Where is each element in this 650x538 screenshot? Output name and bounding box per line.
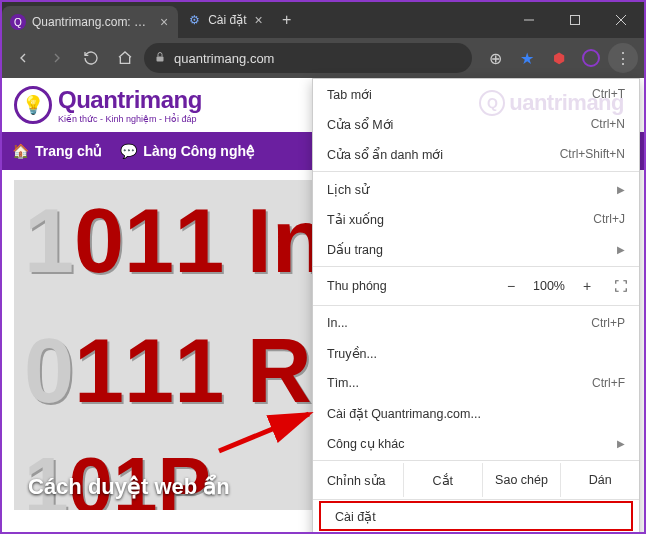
hero-title: Cách duyệt web ẩn	[28, 474, 230, 500]
logo-text: uantrimang	[76, 86, 202, 113]
menu-new-window[interactable]: Cửa sổ MớiCtrl+N	[313, 109, 639, 139]
browser-tab-1[interactable]: Q Quantrimang.com: Kiến Th ×	[2, 6, 178, 38]
bulb-icon: 💡	[14, 86, 52, 124]
menu-bookmarks[interactable]: Dấu trang▶	[313, 234, 639, 264]
menu-zoom-label: Thu phóng	[313, 279, 495, 293]
extension-plus-icon[interactable]: ⊕	[480, 43, 510, 73]
menu-cast[interactable]: Truyền...	[313, 338, 639, 368]
chrome-main-menu: Tab mớiCtrl+T Cửa sổ MớiCtrl+N Cửa sổ ẩn…	[312, 78, 640, 534]
close-tab-icon[interactable]: ×	[158, 14, 170, 30]
tab-label: Quantrimang.com: Kiến Th	[32, 15, 152, 29]
nav-home-button[interactable]	[110, 43, 140, 73]
menu-edit-label: Chỉnh sửa	[313, 473, 403, 488]
nav-home-label: Trang chủ	[35, 143, 102, 159]
zoom-out-button[interactable]: −	[495, 278, 527, 294]
logo-subtitle: Kiến thức - Kinh nghiệm - Hỏi đáp	[58, 114, 202, 124]
tab-label: Cài đặt	[208, 13, 246, 27]
menu-print[interactable]: In...Ctrl+P	[313, 308, 639, 338]
browser-tab-2[interactable]: ⚙ Cài đặt ×	[178, 2, 273, 38]
menu-settings[interactable]: Cài đặt	[319, 501, 633, 531]
window-close-button[interactable]	[598, 2, 644, 38]
menu-copy[interactable]: Sao chép	[482, 463, 561, 497]
menu-more-tools[interactable]: Công cụ khác▶	[313, 428, 639, 458]
new-tab-button[interactable]: +	[273, 2, 301, 38]
menu-incognito[interactable]: Cửa sổ ẩn danh mớiCtrl+Shift+N	[313, 139, 639, 169]
svg-rect-1	[571, 16, 580, 25]
address-bar[interactable]: quantrimang.com	[144, 43, 472, 73]
lock-icon	[154, 51, 166, 66]
chrome-menu-button[interactable]: ⋮	[608, 43, 638, 73]
chat-icon: 💬	[120, 143, 137, 159]
profile-avatar-icon[interactable]	[576, 43, 606, 73]
nav-home[interactable]: 🏠 Trang chủ	[12, 143, 102, 159]
menu-cut[interactable]: Cắt	[403, 463, 482, 497]
window-minimize-button[interactable]	[506, 2, 552, 38]
nav-tech-label: Làng Công nghệ	[143, 143, 255, 159]
menu-paste[interactable]: Dán	[560, 463, 639, 497]
nav-reload-button[interactable]	[76, 43, 106, 73]
menu-new-tab[interactable]: Tab mớiCtrl+T	[313, 79, 639, 109]
bookmark-star-icon[interactable]: ★	[512, 43, 542, 73]
shield-icon[interactable]: ⬢	[544, 43, 574, 73]
window-maximize-button[interactable]	[552, 2, 598, 38]
hero-graphic: 1011 In	[24, 190, 327, 293]
svg-rect-4	[157, 56, 164, 61]
close-tab-icon[interactable]: ×	[253, 12, 265, 28]
nav-tech[interactable]: 💬 Làng Công nghệ	[120, 143, 255, 159]
favicon-quantrimang: Q	[10, 14, 26, 30]
menu-downloads[interactable]: Tải xuốngCtrl+J	[313, 204, 639, 234]
menu-install-app[interactable]: Cài đặt Quantrimang.com...	[313, 398, 639, 428]
fullscreen-button[interactable]	[603, 279, 639, 293]
nav-back-button[interactable]	[8, 43, 38, 73]
menu-history[interactable]: Lịch sử▶	[313, 174, 639, 204]
chevron-right-icon: ▶	[617, 438, 625, 449]
zoom-in-button[interactable]: +	[571, 278, 603, 294]
hero-graphic: 0111 R	[24, 320, 312, 423]
menu-help[interactable]: Trợ giúp▶	[313, 530, 639, 534]
nav-forward-button[interactable]	[42, 43, 72, 73]
zoom-value: 100%	[527, 279, 571, 293]
url-text: quantrimang.com	[174, 51, 274, 66]
home-icon: 🏠	[12, 143, 29, 159]
chevron-right-icon: ▶	[617, 184, 625, 195]
favicon-settings: ⚙	[186, 12, 202, 28]
menu-find[interactable]: Tìm...Ctrl+F	[313, 368, 639, 398]
chevron-right-icon: ▶	[617, 244, 625, 255]
